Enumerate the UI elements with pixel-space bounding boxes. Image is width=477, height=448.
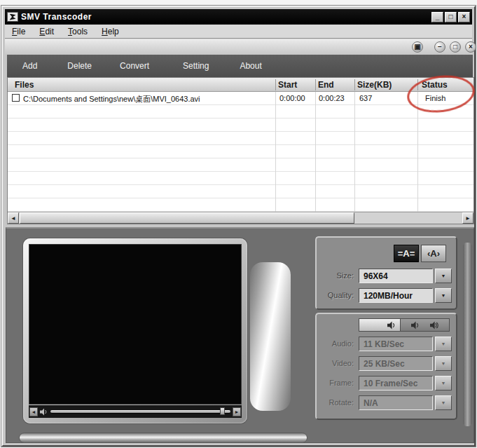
column-header-start[interactable]: Start [278, 80, 297, 90]
row-checkbox[interactable] [12, 94, 20, 102]
skin-minimize-icon[interactable]: − [434, 41, 445, 53]
size-cell: 637 [359, 94, 372, 102]
close-icon[interactable]: × [458, 12, 470, 22]
menu-item-edit[interactable]: Edit [32, 25, 61, 38]
app-icon [7, 12, 18, 22]
column-header-end[interactable]: End [318, 80, 334, 90]
bottom-panel: ◄ ► =A= ‹A› Size: 96X64 ▼ [6, 227, 474, 443]
size-dropdown-icon[interactable]: ▼ [435, 269, 452, 283]
rotate-dropdown-icon[interactable]: ▼ [435, 395, 452, 410]
size-label: Size: [337, 271, 354, 280]
column-header-size[interactable]: Size(KB) [357, 80, 392, 90]
seek-left-icon[interactable]: ◄ [29, 407, 38, 416]
table-header: Files Start End Size(KB) Status [8, 78, 473, 92]
menu-item-tools[interactable]: Tools [61, 25, 95, 38]
table-body: C:\Documents and Settings\new\桌面\MVI_064… [8, 92, 473, 212]
speaker-mid-icon [411, 321, 420, 330]
skin-maximize-icon[interactable]: □ [450, 41, 461, 53]
volume-control[interactable] [359, 318, 450, 332]
roll-graphic [250, 262, 291, 411]
speaker-low-icon [387, 321, 396, 330]
quality-select[interactable]: 120MB/Hour [359, 288, 433, 303]
rotate-select[interactable]: N/A [359, 395, 433, 410]
volume-segment[interactable] [401, 318, 450, 332]
seek-track[interactable] [50, 410, 230, 413]
audio-select[interactable]: 11 KB/Sec [359, 337, 433, 351]
seek-right-icon[interactable]: ► [233, 407, 241, 416]
video-select[interactable]: 25 KB/Sec [359, 356, 433, 371]
rotate-label: Rotate: [329, 398, 354, 407]
minimize-icon[interactable]: _ [431, 12, 443, 22]
menu-item-file[interactable]: File [5, 25, 32, 38]
seek-handle[interactable] [220, 407, 225, 415]
menu-item-help[interactable]: Help [95, 25, 126, 38]
app-window: SMV Transcoder _ □ × File Edit Tools Hel… [1, 6, 476, 447]
about-button[interactable]: About [240, 61, 261, 71]
speaker-loud-icon [430, 321, 438, 330]
frame-dropdown-icon[interactable]: ▼ [435, 376, 452, 391]
file-table: Files Start End Size(KB) Status C:\Docum… [7, 77, 474, 224]
quality-dropdown-icon[interactable]: ▼ [435, 288, 452, 303]
quality-label: Quality: [328, 291, 354, 299]
column-header-files[interactable]: Files [15, 80, 34, 90]
font-toggle-dark-icon[interactable]: =A= [394, 245, 419, 262]
skin-close-icon[interactable]: × [465, 41, 476, 53]
file-path-cell: C:\Documents and Settings\new\桌面\MVI_064… [23, 94, 200, 104]
skin-disk-icon[interactable]: ▣ [412, 41, 423, 53]
panel-side-strip [463, 243, 472, 426]
add-button[interactable]: Add [22, 61, 37, 71]
setting-button[interactable]: Setting [183, 61, 209, 71]
font-toggle-light-icon[interactable]: ‹A› [421, 245, 446, 262]
progress-bar[interactable] [19, 433, 307, 443]
audio-label: Audio: [332, 339, 354, 348]
maximize-icon[interactable]: □ [445, 12, 457, 22]
table-row[interactable]: C:\Documents and Settings\new\桌面\MVI_064… [8, 92, 473, 105]
seek-bar: ◄ ► [29, 405, 242, 418]
convert-button[interactable]: Convert [120, 61, 149, 71]
horizontal-scrollbar[interactable]: ◄ ► [8, 212, 473, 224]
skin-toolbar: ▣ − □ × [5, 39, 472, 55]
size-select[interactable]: 96X64 [359, 269, 433, 283]
end-cell: 0:00:23 [319, 94, 345, 102]
column-header-status[interactable]: Status [422, 80, 448, 90]
delete-button[interactable]: Delete [67, 61, 92, 71]
scroll-right-icon[interactable]: ► [462, 212, 473, 224]
menu-bar: File Edit Tools Help [5, 25, 472, 39]
settings-panel-top: =A= ‹A› Size: 96X64 ▼ Quality: 120MB/Hou… [315, 236, 457, 310]
title-bar: SMV Transcoder _ □ × [5, 9, 472, 25]
frame-label: Frame: [329, 379, 354, 387]
video-preview-frame: ◄ ► [23, 238, 247, 423]
frame-select[interactable]: 10 Frame/Sec [359, 376, 433, 391]
audio-dropdown-icon[interactable]: ▼ [435, 337, 452, 351]
speaker-icon[interactable] [40, 408, 48, 416]
start-cell: 0:00:00 [279, 94, 305, 102]
window-title: SMV Transcoder [21, 12, 92, 22]
video-screen [29, 244, 242, 405]
toolbar: Add Delete Convert Setting About [7, 55, 473, 77]
video-label: Video: [332, 359, 354, 367]
volume-segment-active[interactable] [359, 318, 401, 332]
scroll-thumb[interactable] [20, 212, 354, 224]
scroll-left-icon[interactable]: ◄ [8, 212, 19, 224]
status-cell: Finish [425, 94, 445, 102]
settings-panel-bottom: Audio: 11 KB/Sec ▼ Video: 25 KB/Sec ▼ Fr… [315, 313, 457, 420]
video-dropdown-icon[interactable]: ▼ [435, 356, 452, 371]
